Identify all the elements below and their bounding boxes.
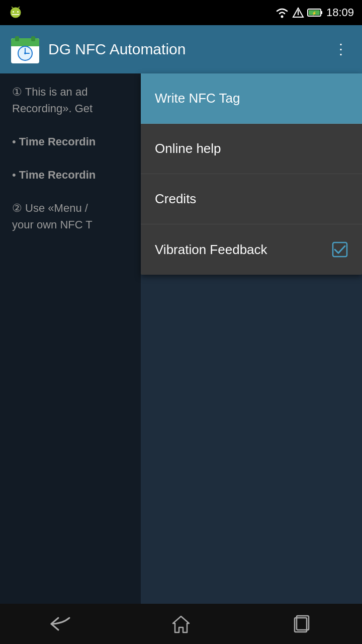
status-bar-right: ⚡ 18:09: [275, 6, 354, 19]
menu-item-online-help-label: Online help: [155, 141, 221, 156]
status-bar: ⚡ 18:09: [0, 0, 362, 25]
svg-line-4: [12, 7, 13, 8]
content-overlay: [0, 73, 141, 604]
nav-home-button[interactable]: [161, 604, 201, 644]
svg-marker-23: [173, 616, 189, 632]
svg-point-0: [11, 8, 21, 18]
menu-item-write-nfc-tag[interactable]: Write NFC Tag: [141, 73, 362, 124]
overflow-menu-button[interactable]: ⋮: [330, 38, 352, 60]
vibration-feedback-checkbox[interactable]: [332, 242, 348, 258]
menu-item-write-nfc-tag-label: Write NFC Tag: [155, 91, 240, 106]
back-icon: [48, 616, 72, 632]
android-icon: [8, 5, 23, 20]
app-bar: DG NFC Automation ⋮: [0, 25, 362, 73]
menu-item-credits[interactable]: Credits: [141, 174, 362, 224]
svg-rect-10: [321, 11, 322, 14]
svg-rect-16: [15, 36, 19, 41]
nav-recents-button[interactable]: [282, 604, 322, 644]
bottom-nav: [0, 604, 362, 644]
wifi-icon: [275, 7, 289, 18]
svg-point-6: [281, 16, 283, 18]
menu-item-vibration-feedback-label: Vibration Feedback: [155, 242, 267, 258]
home-icon: [171, 614, 191, 633]
app-icon: [10, 34, 40, 64]
svg-line-5: [18, 7, 19, 8]
nav-back-button[interactable]: [40, 604, 80, 644]
svg-point-1: [13, 11, 14, 13]
recents-icon: [293, 615, 311, 633]
app-title: DG NFC Automation: [48, 41, 330, 58]
svg-point-21: [24, 52, 26, 54]
status-time: 18:09: [326, 6, 354, 19]
status-bar-left: [8, 0, 23, 25]
signal-icon: [292, 7, 304, 18]
svg-rect-3: [12, 14, 20, 15]
main-content: ① This is an adRecording». Get • Time Re…: [0, 73, 362, 604]
battery-icon: ⚡: [307, 8, 323, 17]
menu-item-online-help[interactable]: Online help: [141, 124, 362, 174]
menu-item-vibration-feedback[interactable]: Vibration Feedback: [141, 224, 362, 275]
svg-text:⚡: ⚡: [312, 11, 317, 16]
menu-item-credits-label: Credits: [155, 191, 196, 207]
dropdown-menu: Write NFC Tag Online help Credits Vibrat…: [141, 73, 362, 275]
svg-rect-17: [31, 36, 35, 41]
svg-point-2: [17, 11, 19, 13]
